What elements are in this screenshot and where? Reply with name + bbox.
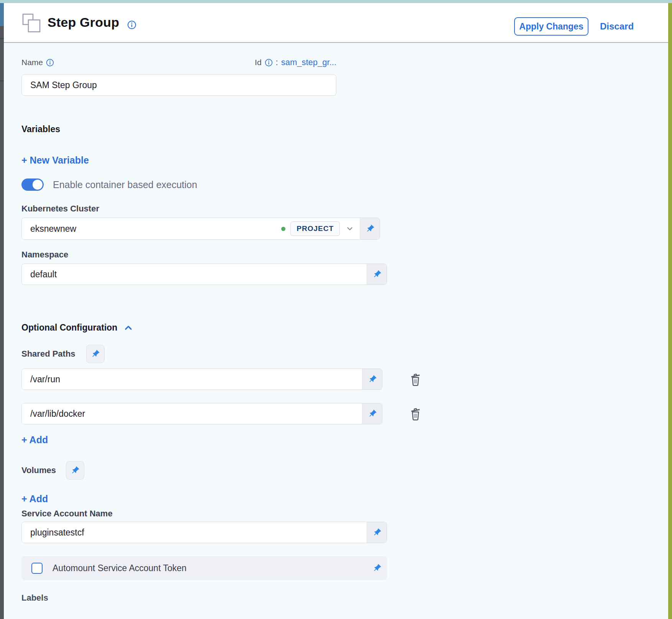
add-volume-button[interactable]: + Add — [21, 493, 48, 504]
add-shared-path-button[interactable]: + Add — [21, 434, 48, 445]
automount-row: Automount Service Account Token — [21, 556, 387, 580]
namespace-label: Namespace — [21, 250, 68, 260]
trash-icon — [408, 372, 422, 387]
pushpin-icon — [372, 563, 382, 573]
new-variable-button[interactable]: + New Variable — [21, 155, 89, 166]
id-label: Id — [255, 58, 262, 67]
variables-heading: Variables — [21, 124, 60, 134]
service-account-field — [21, 522, 387, 543]
pushpin-icon — [366, 224, 375, 233]
shared-path-row — [21, 403, 423, 424]
service-account-pin-button[interactable] — [367, 522, 387, 543]
chevron-down-icon[interactable] — [346, 224, 354, 233]
step-group-icon — [21, 13, 41, 33]
volumes-pin-button[interactable] — [66, 461, 84, 480]
container-execution-toggle[interactable] — [21, 178, 44, 191]
volumes-label: Volumes — [21, 465, 56, 475]
trash-icon — [408, 406, 422, 421]
name-input[interactable] — [21, 74, 336, 96]
volumes-row: Volumes — [21, 461, 84, 480]
page-title: Step Group — [48, 15, 119, 30]
canvas-left-strip-blue — [0, 3, 4, 26]
canvas-right-strip — [668, 3, 672, 619]
chevron-up-icon — [123, 323, 133, 333]
delete-shared-path-1-button[interactable] — [408, 371, 423, 388]
kubernetes-cluster-pin-button[interactable] — [360, 218, 380, 239]
name-info-icon[interactable] — [46, 59, 54, 67]
scope-badge[interactable]: PROJECT — [290, 221, 340, 236]
name-id-row: Name Id : sam_step_gr... — [21, 57, 336, 67]
shared-path-row — [21, 368, 423, 390]
container-execution-row: Enable container based execution — [21, 178, 197, 191]
discard-button[interactable]: Discard — [600, 21, 634, 32]
container-execution-label: Enable container based execution — [53, 179, 197, 190]
pushpin-icon — [372, 270, 382, 279]
step-group-info-icon[interactable] — [127, 20, 136, 29]
connector-status-dot — [281, 227, 285, 231]
shared-path-2-pin-button[interactable] — [362, 403, 382, 424]
pushpin-icon — [91, 349, 100, 359]
service-account-input[interactable] — [22, 522, 367, 543]
namespace-pin-button[interactable] — [367, 264, 387, 285]
automount-label: Automount Service Account Token — [52, 563, 187, 573]
toggle-knob — [33, 180, 43, 190]
kubernetes-cluster-field: PROJECT — [21, 218, 380, 240]
shared-path-1-pin-button[interactable] — [362, 369, 382, 390]
service-account-label: Service Account Name — [21, 509, 113, 519]
shared-paths-pin-button[interactable] — [86, 345, 105, 363]
namespace-field — [21, 264, 387, 285]
namespace-input[interactable] — [22, 264, 367, 285]
step-group-panel: Step Group Apply Changes Discard Name Id… — [0, 0, 672, 619]
shared-paths-row: Shared Paths — [21, 345, 105, 363]
panel-header: Step Group Apply Changes Discard — [4, 3, 668, 43]
id-info-icon[interactable] — [265, 59, 273, 67]
delete-shared-path-2-button[interactable] — [408, 405, 423, 422]
apply-changes-button[interactable]: Apply Changes — [514, 17, 588, 36]
kubernetes-cluster-label: Kubernetes Cluster — [21, 204, 99, 214]
name-input-wrap — [21, 74, 336, 96]
shared-path-input-1[interactable] — [22, 369, 362, 390]
shared-path-input-2[interactable] — [22, 403, 362, 424]
automount-checkbox[interactable] — [31, 563, 43, 574]
optional-configuration-heading: Optional Configuration — [21, 323, 117, 333]
id-colon: : — [276, 57, 278, 67]
kubernetes-cluster-input[interactable] — [22, 218, 281, 239]
shared-paths-label: Shared Paths — [21, 349, 75, 359]
pushpin-icon — [368, 409, 377, 418]
pushpin-icon — [368, 375, 377, 384]
canvas-left-strip — [0, 3, 4, 619]
automount-pin-button[interactable] — [367, 563, 387, 573]
pushpin-icon — [70, 466, 80, 475]
labels-label: Labels — [21, 593, 48, 603]
pushpin-icon — [372, 528, 382, 537]
canvas-top-strip — [0, 0, 672, 3]
id-value[interactable]: sam_step_gr... — [281, 57, 336, 67]
optional-configuration-toggle[interactable]: Optional Configuration — [21, 323, 133, 333]
name-label: Name — [21, 58, 43, 67]
